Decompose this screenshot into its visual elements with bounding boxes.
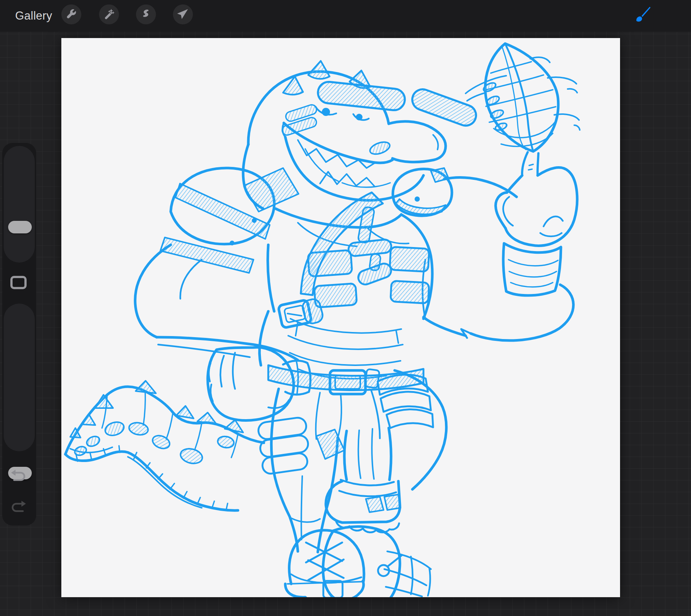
brush-size-handle[interactable] — [8, 221, 32, 233]
top-toolbar: Gallery — [0, 0, 691, 32]
legs-sketch — [257, 370, 446, 552]
raised-arm-sketch — [422, 152, 577, 340]
head-sketch — [243, 61, 479, 212]
magic-wand-icon — [103, 8, 115, 21]
selection-s-icon — [140, 8, 152, 21]
left-arm-fist-sketch — [135, 245, 310, 421]
brush-icon — [634, 4, 653, 25]
brush-size-slider[interactable] — [4, 146, 35, 263]
gallery-button[interactable]: Gallery — [13, 0, 54, 32]
cleat-boot-sketch — [326, 481, 401, 533]
sketch-crocodile-football-player — [61, 38, 620, 597]
redo-button[interactable] — [10, 499, 27, 514]
opacity-slider[interactable] — [4, 304, 35, 451]
redo-icon — [10, 510, 27, 515]
knee-pads — [257, 417, 309, 475]
selection-button[interactable] — [136, 4, 156, 24]
actions-button[interactable] — [61, 4, 81, 24]
torso-vest-sketch — [259, 192, 432, 379]
face-mask — [384, 551, 431, 596]
transform-arrow-icon — [177, 8, 188, 21]
football-sketch — [466, 44, 580, 151]
paint-tool-button[interactable] — [633, 4, 654, 25]
tail-belly-ticks — [76, 446, 228, 510]
transform-button[interactable] — [173, 4, 193, 24]
tail-sketch — [65, 381, 264, 510]
wrench-icon — [66, 8, 77, 21]
undo-icon — [10, 479, 27, 484]
drawing-canvas[interactable] — [61, 38, 620, 597]
undo-button[interactable] — [10, 468, 27, 483]
sidebar-panel — [2, 143, 36, 526]
modify-button[interactable] — [10, 276, 27, 289]
adjustments-button[interactable] — [99, 4, 119, 24]
